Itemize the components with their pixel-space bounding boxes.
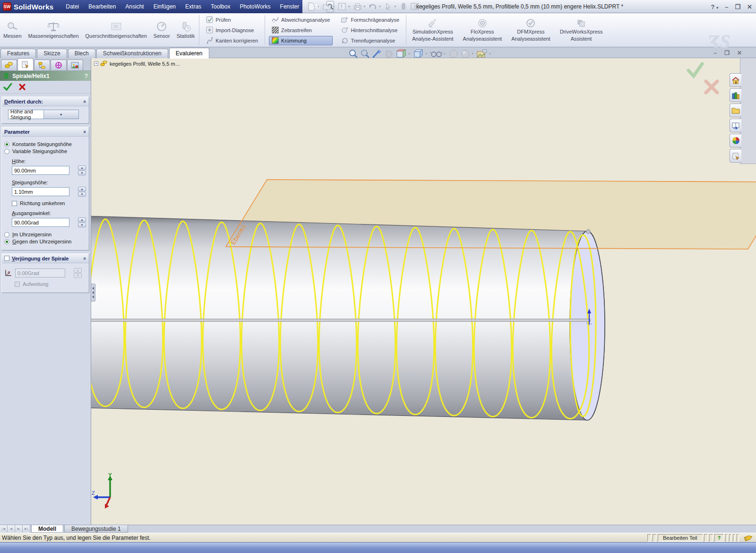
hinterschnittanalyse-button[interactable]: Hinterschnittanalyse — [338, 26, 402, 35]
tree-root-label[interactable]: kegeliges Profil, Welle 5,5 m… — [110, 61, 180, 67]
sensor-button[interactable]: Sensor — [150, 13, 173, 47]
pitch-spinner[interactable]: ▲▼ — [78, 187, 86, 197]
ok-button[interactable] — [3, 83, 12, 91]
menu-ansicht[interactable]: Ansicht — [120, 0, 148, 13]
menu-extras[interactable]: Extras — [180, 0, 206, 13]
restore-button[interactable]: ❐ — [735, 3, 740, 10]
zoom-fit-icon[interactable] — [348, 49, 359, 59]
tab-features[interactable]: Features — [0, 49, 36, 58]
dfmxpress-button[interactable]: DFMXpress Analyseassistent — [507, 13, 555, 47]
pm-help-button[interactable]: ? — [85, 73, 88, 79]
simulationxpress-button[interactable]: SimulationXpress Analyse-Assistent — [407, 13, 458, 47]
height-spinner[interactable]: ▲▼ — [78, 165, 86, 175]
appearances-scenes-tab[interactable] — [730, 134, 741, 147]
pruefen-button[interactable]: Prüfen — [203, 15, 261, 25]
abweichungsanalyse-button[interactable]: Abweichungsanalyse — [269, 15, 333, 25]
defined-by-header[interactable]: Definiert durch: « — [2, 97, 89, 106]
clockwise-radio[interactable] — [4, 232, 9, 237]
collapse-chevron-icon[interactable]: « — [82, 100, 88, 103]
taper-checkbox[interactable] — [4, 256, 9, 261]
custom-properties-tab[interactable] — [730, 149, 741, 163]
cylinder-end-face[interactable] — [570, 231, 605, 420]
hide-show-items-icon[interactable] — [430, 49, 442, 59]
constant-pitch-radio[interactable] — [4, 142, 9, 147]
dropdown-arrow-icon[interactable]: ▼ — [43, 110, 79, 119]
height-input[interactable] — [12, 166, 69, 175]
nav-last-button[interactable]: ▶| — [23, 525, 30, 533]
menu-einfuegen[interactable]: Einfügen — [149, 0, 180, 13]
defined-by-dropdown[interactable]: Höhe and Steigung ▼ — [8, 110, 79, 119]
file-explorer-tab[interactable] — [730, 104, 741, 117]
menu-datei[interactable]: Datei — [61, 0, 84, 13]
displaymanager-tab[interactable] — [67, 60, 83, 70]
reverse-direction-checkbox[interactable] — [12, 201, 17, 206]
undo-icon[interactable] — [368, 1, 378, 12]
import-diagnose-button[interactable]: Import-Diagnose — [203, 26, 261, 35]
collapse-chevron-icon[interactable]: « — [82, 130, 88, 133]
driveworksxpress-button[interactable]: DriveWorksXpress Assistent — [555, 13, 608, 47]
tab-blech[interactable]: Blech — [68, 49, 95, 58]
new-document-icon[interactable] — [306, 1, 317, 12]
messen-button[interactable]: Messen — [0, 13, 25, 47]
statistik-button[interactable]: Statistik — [173, 13, 198, 47]
design-library-tab[interactable] — [730, 88, 741, 102]
doc-close-button[interactable]: ✕ — [737, 50, 742, 56]
zebrastreifen-button[interactable]: Zebrastreifen — [269, 26, 333, 35]
nav-next-button[interactable]: ▶ — [15, 525, 23, 533]
taper-header[interactable]: Verjüngung der Spirale « — [2, 254, 89, 263]
cylinder-body[interactable] — [91, 216, 605, 420]
counterclockwise-radio[interactable] — [4, 239, 9, 244]
print-icon[interactable] — [352, 1, 363, 12]
graphics-viewport[interactable]: Ebene1 Z + kegeliges Profil, Welle 5,5 m… — [91, 58, 756, 525]
nav-prev-button[interactable]: ◀ — [8, 525, 15, 533]
tree-expand-icon[interactable]: + — [94, 61, 98, 66]
configurationmanager-tab[interactable] — [34, 60, 50, 70]
start-angle-spinner[interactable]: ▲▼ — [78, 217, 86, 227]
nav-first-button[interactable]: |◀ — [0, 525, 8, 533]
querschnittseigenschaften-button[interactable]: Querschnittseigenschaften — [82, 13, 150, 47]
help-button[interactable]: ? ▾ — [711, 3, 719, 10]
cancel-button[interactable] — [18, 83, 26, 91]
open-file-icon[interactable] — [322, 1, 332, 12]
pitch-input[interactable] — [12, 187, 69, 196]
start-angle-input[interactable] — [12, 218, 69, 227]
model-tab[interactable]: Modell — [31, 525, 63, 533]
doc-minimize-button[interactable]: – — [713, 50, 717, 56]
quick-tips-help-button[interactable]: ? — [714, 534, 724, 542]
view-palette-tab[interactable] — [730, 119, 741, 132]
propertymanager-tab[interactable] — [17, 58, 34, 70]
appearance-icon[interactable] — [448, 49, 459, 59]
parameter-header[interactable]: Parameter « — [2, 127, 89, 137]
tab-evaluieren[interactable]: Evaluieren — [169, 48, 209, 59]
panel-splitter-grip[interactable] — [91, 284, 95, 302]
kruemmung-button[interactable]: Krümmung — [269, 36, 333, 45]
collapse-chevron-icon[interactable]: « — [82, 257, 88, 259]
save-icon[interactable]: ! — [337, 1, 347, 12]
floxpress-button[interactable]: FloXpress Analyseassistent — [458, 13, 507, 47]
menu-fenster[interactable]: Fenster — [275, 0, 304, 13]
menu-toolbox[interactable]: Toolbox — [206, 0, 235, 13]
axis-shaft[interactable] — [91, 319, 590, 321]
view-settings-icon[interactable] — [476, 49, 488, 59]
masseneigenschaften-button[interactable]: Masseneigenschaften — [25, 13, 82, 47]
zoom-area-icon[interactable] — [360, 49, 370, 59]
featuremanager-tab[interactable] — [1, 60, 17, 70]
trennfugenanalyse-button[interactable]: Trennfugenanalyse — [338, 36, 402, 45]
scene-icon[interactable] — [460, 49, 471, 59]
kanten-korrigieren-button[interactable]: Kanten korrigieren — [203, 36, 261, 45]
dimxpertmanager-tab[interactable] — [51, 60, 67, 70]
tab-schweisskonstruktionen[interactable]: Schweißkonstruktionen — [96, 49, 168, 58]
section-view-icon[interactable] — [395, 49, 407, 59]
tag-icon[interactable] — [743, 534, 754, 542]
zoom-selection-icon[interactable] — [372, 49, 382, 59]
rotate-view-icon[interactable] — [384, 49, 394, 59]
variable-pitch-radio[interactable] — [4, 149, 9, 154]
tab-skizze[interactable]: Skizze — [37, 49, 67, 58]
minimize-button[interactable]: – — [725, 3, 728, 10]
doc-restore-button[interactable]: ❐ — [724, 50, 730, 56]
confirm-cancel-icon[interactable] — [704, 79, 720, 95]
formschraegeanalyse-button[interactable]: Formschrägeanalyse — [338, 15, 402, 25]
motion-study-tab[interactable]: Bewegungsstudie 1 — [64, 525, 128, 533]
menu-bearbeiten[interactable]: Bearbeiten — [84, 0, 120, 13]
display-style-icon[interactable] — [413, 49, 424, 59]
